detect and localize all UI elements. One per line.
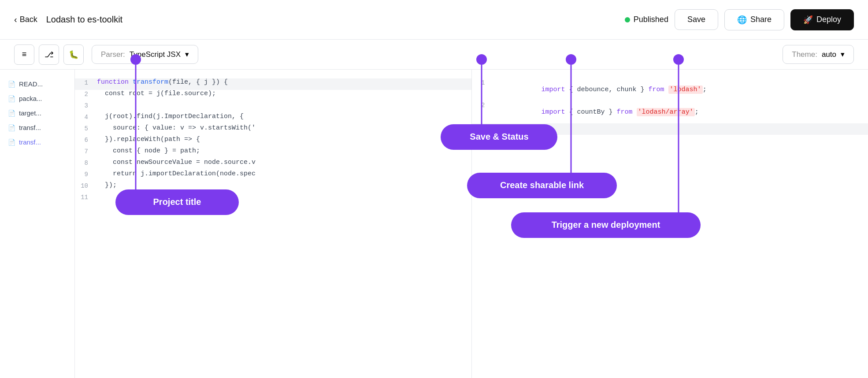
header: ‹ Back Lodash to es-toolkit Published Sa…	[0, 0, 868, 40]
tree-icon: ⎇	[45, 50, 54, 59]
line-content: function transform(file, { j }) {	[97, 78, 471, 86]
toolbar-right: Theme: auto ▾	[783, 45, 854, 64]
line-content: });	[97, 182, 471, 189]
line-content: import { countBy } from 'lodash/array';	[494, 101, 868, 123]
line-content: const root = j(file.source);	[97, 90, 471, 97]
file-icon: 📄	[8, 95, 15, 102]
back-arrow-icon: ‹	[14, 15, 17, 25]
code-line-8: 8 const newSourceValue = node.source.v	[75, 159, 471, 170]
line-content: import { debounce, chunk } from 'lodash'…	[494, 78, 868, 101]
line-content: }).replaceWith(path => {	[97, 136, 471, 143]
line-content: const { node } = path;	[97, 147, 471, 155]
line-number: 3	[75, 101, 97, 109]
toolbar: ≡ ⎇ 🐛 Parser: TypeScript JSX ▾ Theme: au…	[0, 40, 868, 70]
theme-select[interactable]: Theme: auto ▾	[783, 45, 854, 64]
right-code-line-3: 3	[472, 123, 868, 135]
line-number: 2	[75, 90, 97, 98]
file-icon-active: 📄	[8, 139, 15, 146]
file-sidebar: 📄 READ... 📄 packa... 📄 target... 📄 trans…	[0, 70, 75, 378]
line-content: const newSourceValue = node.source.v	[97, 159, 471, 166]
file-item-package[interactable]: 📄 packa...	[0, 91, 74, 106]
code-line-11: 11	[75, 193, 471, 204]
code-line-9: 9 return j.importDeclaration(node.spec	[75, 170, 471, 182]
header-right: Published Save 🌐 Share 🚀 Deploy	[625, 9, 854, 30]
right-code-line-2: 2 import { countBy } from 'lodash/array'…	[472, 101, 868, 123]
line-number: 9	[75, 170, 97, 178]
published-dot-icon	[625, 17, 630, 22]
file-item-readme[interactable]: 📄 READ...	[0, 77, 74, 91]
list-icon: ≡	[22, 50, 27, 59]
file-name: READ...	[19, 80, 43, 88]
file-name-active: transf...	[19, 138, 41, 146]
tree-icon-button[interactable]: ⎇	[39, 44, 59, 65]
code-line-7: 7 const { node } = path;	[75, 147, 471, 159]
back-label: Back	[20, 15, 37, 24]
line-content: return j.importDeclaration(node.spec	[97, 170, 471, 178]
line-number: 6	[75, 136, 97, 144]
left-code-content: 1 function transform(file, { j }) { 2 co…	[75, 70, 471, 213]
line-number: 7	[75, 147, 97, 155]
right-code-panel: 1 import { debounce, chunk } from 'lodas…	[472, 70, 868, 378]
line-number: 10	[75, 182, 97, 189]
code-line-5: 5 source: { value: v => v.startsWith('	[75, 124, 471, 136]
file-name: packa...	[19, 95, 42, 102]
line-content: j(root).find(j.ImportDeclaration, {	[97, 113, 471, 120]
theme-value: auto	[822, 50, 836, 59]
line-number: 8	[75, 159, 97, 167]
theme-chevron-icon: ▾	[841, 50, 845, 59]
code-line-1: 1 function transform(file, { j }) {	[75, 78, 471, 90]
file-item-target[interactable]: 📄 target...	[0, 106, 74, 120]
right-code-line-1: 1 import { debounce, chunk } from 'lodas…	[472, 78, 868, 101]
file-item-transform1[interactable]: 📄 transf...	[0, 120, 74, 135]
line-number: 3	[472, 123, 494, 131]
published-status: Published	[625, 15, 668, 24]
code-line-6: 6 }).replaceWith(path => {	[75, 136, 471, 147]
share-label: Share	[750, 15, 772, 24]
globe-icon: 🌐	[737, 15, 747, 25]
parser-label: Parser:	[101, 50, 125, 59]
line-content: source: { value: v => v.startsWith('	[97, 124, 471, 132]
line-number: 2	[472, 101, 494, 109]
deploy-label: Deploy	[816, 15, 841, 24]
parser-chevron-icon: ▾	[185, 50, 189, 59]
line-number: 1	[75, 78, 97, 86]
main-content: 📄 READ... 📄 packa... 📄 target... 📄 trans…	[0, 70, 868, 378]
deploy-button[interactable]: 🚀 Deploy	[790, 9, 854, 30]
code-line-2: 2 const root = j(file.source);	[75, 90, 471, 101]
code-line-10: 10 });	[75, 182, 471, 193]
line-number: 5	[75, 124, 97, 132]
file-name: transf...	[19, 124, 41, 131]
file-item-transform2[interactable]: 📄 transf...	[0, 135, 74, 149]
share-button[interactable]: 🌐 Share	[724, 9, 784, 30]
left-code-panel: 1 function transform(file, { j }) { 2 co…	[75, 70, 472, 378]
right-code-content: 1 import { debounce, chunk } from 'lodas…	[472, 70, 868, 144]
code-area: 1 function transform(file, { j }) { 2 co…	[75, 70, 868, 378]
file-name: target...	[19, 109, 41, 117]
line-number: 11	[75, 193, 97, 201]
bug-icon: 🐛	[69, 50, 78, 59]
line-number: 1	[472, 78, 494, 86]
file-icon: 📄	[8, 81, 15, 88]
back-button[interactable]: ‹ Back	[14, 15, 37, 25]
line-number: 4	[75, 113, 97, 121]
parser-value: TypeScript JSX	[130, 50, 181, 59]
file-icon: 📄	[8, 110, 15, 117]
theme-label: Theme:	[792, 50, 817, 59]
code-line-4: 4 j(root).find(j.ImportDeclaration, {	[75, 113, 471, 124]
project-title: Lodash to es-toolkit	[46, 15, 122, 25]
list-icon-button[interactable]: ≡	[14, 44, 34, 65]
bug-icon-button[interactable]: 🐛	[63, 44, 84, 65]
header-left: ‹ Back Lodash to es-toolkit	[14, 15, 122, 25]
published-label: Published	[634, 15, 668, 24]
save-button[interactable]: Save	[675, 9, 718, 30]
code-line-3: 3	[75, 101, 471, 113]
deploy-icon: 🚀	[803, 15, 813, 25]
file-icon: 📄	[8, 124, 15, 131]
parser-select[interactable]: Parser: TypeScript JSX ▾	[92, 45, 198, 64]
